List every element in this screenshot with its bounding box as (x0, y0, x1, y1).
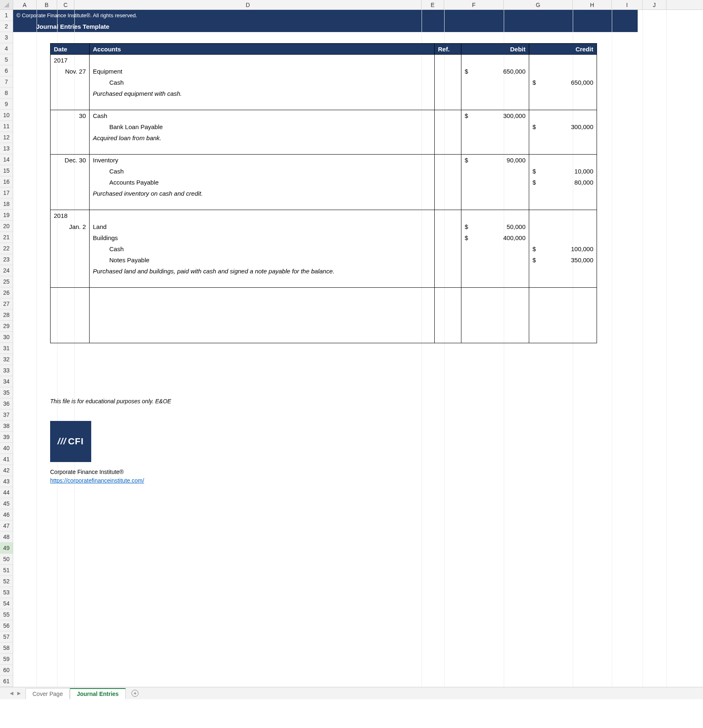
row-header[interactable]: 30 (0, 332, 13, 343)
cell[interactable] (461, 310, 529, 321)
row-header[interactable]: 26 (0, 287, 13, 298)
row-header[interactable]: 52 (0, 576, 13, 587)
cell[interactable]: 30 (51, 110, 90, 121)
cell[interactable] (529, 88, 597, 99)
cell[interactable] (435, 188, 461, 199)
row-header[interactable]: 35 (0, 387, 13, 398)
cell[interactable] (51, 177, 90, 188)
cell[interactable] (435, 299, 461, 310)
row-header[interactable]: 41 (0, 454, 13, 465)
cell[interactable] (461, 266, 529, 277)
cell[interactable] (51, 321, 90, 332)
cell[interactable]: Cash (90, 166, 435, 177)
row-header[interactable]: 2 (0, 21, 13, 32)
cell[interactable] (51, 254, 90, 266)
cell[interactable] (529, 199, 597, 210)
row-header[interactable]: 56 (0, 620, 13, 631)
row-header[interactable]: 44 (0, 487, 13, 498)
cell[interactable] (90, 310, 435, 321)
cell[interactable] (435, 55, 461, 66)
cell[interactable]: $350,000 (529, 254, 597, 266)
row-header[interactable]: 24 (0, 265, 13, 276)
cell[interactable] (461, 121, 529, 132)
cell[interactable]: Purchased equipment with cash. (90, 88, 435, 99)
cell[interactable]: Accounts Payable (90, 177, 435, 188)
cell[interactable] (51, 143, 90, 155)
cell[interactable] (51, 266, 90, 277)
cell[interactable]: $300,000 (461, 110, 529, 121)
cell[interactable] (435, 332, 461, 343)
cell[interactable] (51, 277, 90, 288)
cell[interactable] (435, 321, 461, 332)
row-header[interactable]: 17 (0, 187, 13, 199)
row-header[interactable]: 6 (0, 65, 13, 76)
cell[interactable] (461, 188, 529, 199)
row-header[interactable]: 15 (0, 165, 13, 176)
cell[interactable] (529, 143, 597, 155)
cell[interactable] (529, 210, 597, 221)
cell[interactable] (51, 310, 90, 321)
cell[interactable]: Notes Payable (90, 254, 435, 266)
column-header-C[interactable]: C (57, 0, 74, 9)
footer-link[interactable]: https://corporatefinanceinstitute.com/ (50, 477, 144, 484)
tab-prev-icon[interactable]: ◀ (10, 691, 13, 696)
cell[interactable]: $400,000 (461, 232, 529, 243)
cell[interactable] (435, 121, 461, 132)
row-header[interactable]: 61 (0, 676, 13, 687)
row-header[interactable]: 3 (0, 32, 13, 43)
cell[interactable] (90, 99, 435, 110)
cell[interactable]: $100,000 (529, 243, 597, 254)
tab-nav[interactable]: ◀ ▶ (5, 687, 25, 699)
cell[interactable]: 2018 (51, 210, 90, 221)
row-header[interactable]: 22 (0, 243, 13, 254)
cell[interactable] (435, 232, 461, 243)
cell[interactable] (461, 277, 529, 288)
cell[interactable] (529, 232, 597, 243)
cell[interactable] (435, 110, 461, 121)
cell[interactable] (435, 288, 461, 299)
cell[interactable]: Nov. 27 (51, 66, 90, 77)
column-header-G[interactable]: G (504, 0, 573, 9)
cell[interactable] (529, 99, 597, 110)
row-header[interactable]: 46 (0, 509, 13, 520)
worksheet-grid[interactable]: © Corporate Finance Institute®. All righ… (13, 10, 703, 687)
row-header[interactable]: 38 (0, 421, 13, 432)
cell[interactable] (461, 254, 529, 266)
row-header[interactable]: 12 (0, 132, 13, 143)
cell[interactable] (51, 288, 90, 299)
row-header[interactable]: 7 (0, 76, 13, 88)
cell[interactable] (435, 132, 461, 143)
cell[interactable] (461, 332, 529, 343)
row-header[interactable]: 19 (0, 210, 13, 221)
cell[interactable]: Inventory (90, 155, 435, 166)
row-header[interactable]: 53 (0, 587, 13, 598)
cell[interactable] (529, 132, 597, 143)
row-header[interactable]: 5 (0, 54, 13, 65)
cell[interactable] (461, 243, 529, 254)
cell[interactable] (435, 210, 461, 221)
cell[interactable] (435, 221, 461, 232)
cell[interactable] (51, 132, 90, 143)
column-header-B[interactable]: B (37, 0, 57, 9)
row-header[interactable]: 55 (0, 609, 13, 620)
cell[interactable] (529, 288, 597, 299)
cell[interactable] (461, 166, 529, 177)
column-header-E[interactable]: E (422, 0, 444, 9)
cell[interactable] (529, 332, 597, 343)
cell[interactable] (435, 254, 461, 266)
row-header[interactable]: 9 (0, 99, 13, 110)
row-header[interactable]: 18 (0, 199, 13, 210)
row-header[interactable]: 36 (0, 398, 13, 409)
row-header[interactable]: 42 (0, 465, 13, 476)
row-header[interactable]: 31 (0, 343, 13, 354)
row-header[interactable]: 27 (0, 298, 13, 310)
column-header-H[interactable]: H (573, 0, 612, 9)
cell[interactable] (529, 299, 597, 310)
cell[interactable] (435, 177, 461, 188)
sheet-tab[interactable]: Cover Page (25, 688, 70, 699)
cell[interactable] (90, 199, 435, 210)
cell[interactable] (51, 77, 90, 88)
row-header[interactable]: 20 (0, 221, 13, 232)
row-header[interactable]: 29 (0, 321, 13, 332)
column-header-J[interactable]: J (643, 0, 666, 9)
